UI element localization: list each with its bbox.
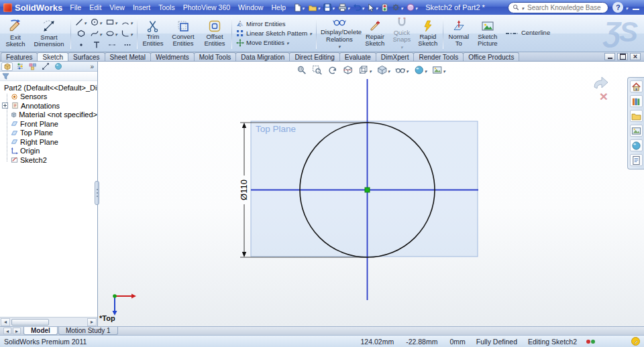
dropdown-icon[interactable] [332,3,335,11]
dropdown-icon[interactable] [400,44,403,50]
zoom-area-button[interactable] [311,64,323,76]
sketch-canvas[interactable]: Top Plane Ø110 [98,62,643,326]
more-manager-tabs-button[interactable] [88,63,96,70]
dropdown-icon[interactable] [443,66,445,74]
confirm-exit-sketch-icon[interactable] [592,72,609,90]
point-tool-button[interactable] [73,39,89,50]
view-palette-tab[interactable] [630,125,643,137]
dropdown-icon[interactable] [99,29,102,38]
trim-entities-button[interactable]: Trim Entities [139,15,167,51]
dropdown-icon[interactable] [406,66,409,74]
open-button[interactable] [307,1,322,13]
dropdown-icon[interactable] [84,18,87,26]
options-button[interactable] [390,1,405,13]
display-style-button[interactable] [376,64,391,76]
dropdown-icon[interactable] [338,43,341,50]
menu-window[interactable]: Window [234,1,267,13]
tree-item-material[interactable]: Material <not specified> [0,111,97,120]
construction-geometry-tool-button[interactable] [104,39,119,50]
tab-mold-tools[interactable]: Mold Tools [194,52,237,61]
tab-sheet-metal[interactable]: Sheet Metal [105,52,151,61]
search-box[interactable] [508,2,608,13]
zoom-fit-button[interactable] [296,64,307,76]
ellipse-tool-button[interactable] [104,27,119,39]
close-document-button[interactable] [630,53,641,60]
propertymanager-tab[interactable] [14,62,25,71]
text-tool-button[interactable] [89,39,104,50]
menu-file[interactable]: File [66,1,85,13]
tab-data-migration[interactable]: Data Migration [235,52,290,61]
tab-direct-editing[interactable]: Direct Editing [289,52,339,61]
search-scope-dropdown-icon[interactable] [521,3,524,11]
tree-item-sketch2[interactable]: Sketch2 [0,155,97,165]
linear-sketch-pattern-button[interactable]: Linear Sketch Pattern [236,29,312,38]
rectangle-tool-button[interactable] [104,16,119,27]
tab-features[interactable]: Features [1,52,38,61]
appearances-button[interactable] [405,1,419,13]
previous-view-button[interactable] [327,64,338,76]
rebuild-button[interactable] [380,1,390,13]
dropdown-icon[interactable] [286,39,289,46]
scroll-left-icon[interactable] [1,318,10,326]
repair-sketch-button[interactable]: Repair Sketch [361,15,389,51]
scrollbar-thumb[interactable] [11,319,49,326]
tree-item-annotations[interactable]: Annotations [0,101,97,111]
tab-render-tools[interactable]: Render Tools [413,52,464,61]
apply-scene-button[interactable] [431,64,446,76]
tab-weldments[interactable]: Weldments [150,52,195,61]
configurationmanager-tab[interactable] [27,62,38,71]
graphics-viewport[interactable]: Top Plane Ø110 [98,62,644,326]
sketch-fillet-tool-button[interactable] [119,27,135,39]
dropdown-icon[interactable] [347,3,350,11]
smart-dimension-button[interactable]: Smart Dimension [29,15,69,51]
cancel-sketch-icon[interactable]: × [600,90,608,102]
menu-insert[interactable]: Insert [129,1,154,13]
display-delete-relations-button[interactable]: Display/Delete Relations [318,15,361,51]
top-plane-face[interactable] [251,121,478,257]
tree-item-right-plane[interactable]: Right Plane [0,137,97,147]
restore-document-button[interactable] [617,53,628,60]
dropdown-icon[interactable] [376,3,378,11]
displaymanager-tab[interactable] [52,62,64,71]
file-explorer-tab[interactable] [630,110,643,122]
tab-office-products[interactable]: Office Products [463,52,519,61]
help-dropdown-icon[interactable] [625,3,628,11]
dropdown-icon[interactable] [302,3,305,11]
custom-properties-tab[interactable] [630,154,643,166]
tab-model[interactable]: Model [23,327,58,335]
dropdown-icon[interactable] [309,29,312,37]
arc-tool-button[interactable] [119,16,135,27]
help-button[interactable]: ? [612,2,623,13]
polygon-tool-button[interactable] [73,27,89,39]
dropdown-icon[interactable] [362,3,364,11]
appearances-scenes-tab[interactable] [630,139,643,151]
tree-item-origin[interactable]: Origin [0,147,97,156]
dropdown-icon[interactable] [318,3,321,11]
tree-item-sensors[interactable]: Sensors [0,92,97,102]
print-button[interactable] [337,1,352,13]
menu-help[interactable]: Help [267,1,290,13]
tab-sketch[interactable]: Sketch [37,52,68,61]
panel-horizontal-scrollbar[interactable] [0,317,97,326]
spline-tool-button[interactable] [89,27,104,39]
dropdown-icon[interactable] [130,18,133,26]
view-orientation-button[interactable] [358,64,372,76]
minimize-ui-button[interactable] [631,3,641,12]
dimension-text[interactable]: Ø110 [239,180,249,200]
design-library-tab[interactable] [630,95,643,107]
featuremanager-tree-tab[interactable] [1,62,13,71]
centerline-button[interactable]: Centerline [502,15,553,51]
section-view-button[interactable] [342,64,354,76]
undo-button[interactable] [352,1,366,13]
quick-tips-pencil-icon[interactable] [631,337,640,346]
tree-item-top-plane[interactable]: Top Plane [0,129,97,138]
quick-snaps-button[interactable]: Quick Snaps [389,15,415,51]
hide-show-items-button[interactable] [394,64,409,76]
tab-surfaces[interactable]: Surfaces [68,52,105,61]
more-sketch-tools-button[interactable] [119,39,135,50]
save-button[interactable] [322,1,336,13]
dropdown-icon[interactable] [369,66,372,74]
solidworks-resources-tab[interactable] [630,80,643,92]
convert-entities-button[interactable]: Convert Entities [167,15,199,51]
rapid-sketch-button[interactable]: Rapid Sketch [415,15,441,51]
